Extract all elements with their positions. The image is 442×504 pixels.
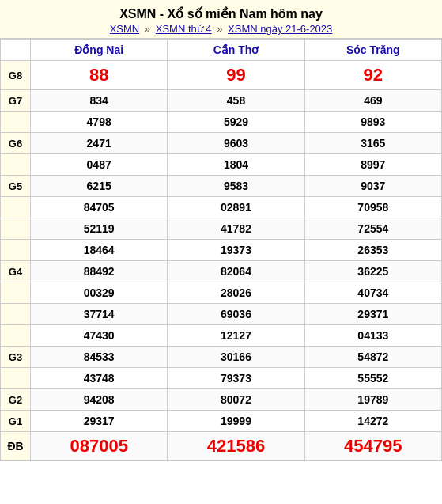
cell-g8-1: 88 [31,61,168,90]
table-header-row: Đồng Nai Cần Thơ Sóc Trăng [1,40,442,61]
header-empty [1,40,31,61]
cell-g4e-1: 00329 [31,282,168,304]
cell-g4c-2: 19373 [168,240,304,261]
cell-g3b-1: 43748 [31,368,168,389]
cell-g1-1: 29317 [31,411,168,432]
cell-g4g-1: 47430 [31,325,168,347]
cell-g4b-1: 52119 [31,218,168,240]
table-row: 84705 02891 70958 [1,197,442,218]
row-label-g5: G5 [1,176,31,197]
cell-g4a-2: 02891 [168,197,304,218]
cell-g6b-2: 9603 [168,133,304,154]
cell-g1-2: 19999 [168,411,304,432]
cell-g4e-3: 40734 [304,282,441,304]
cell-g4b-3: 72554 [304,218,441,240]
cell-g8-2: 99 [168,61,304,90]
row-label-g1: G1 [1,411,31,432]
row-label-g3a: G3 [1,347,31,368]
row-label-g4g [1,325,31,347]
cell-db-1: 087005 [31,432,168,461]
cell-g3a-1: 84533 [31,347,168,368]
nav-link-3[interactable]: XSMN ngày 21-6-2023 [228,23,332,35]
cell-g6c-2: 1804 [168,154,304,176]
table-row: 37714 69036 29371 [1,304,442,325]
row-label-g2: G2 [1,389,31,411]
cell-db-2: 421586 [168,432,304,461]
table-row: G6 2471 9603 3165 [1,133,442,154]
cell-g4f-3: 29371 [304,304,441,325]
cell-g6c-3: 8997 [304,154,441,176]
cell-g4c-1: 18464 [31,240,168,261]
cell-g4f-1: 37714 [31,304,168,325]
table-row: ĐB 087005 421586 454795 [1,432,442,461]
table-row: 00329 28026 40734 [1,282,442,304]
row-label-g6a [1,112,31,133]
cell-g4a-1: 84705 [31,197,168,218]
table-row: 18464 19373 26353 [1,240,442,261]
nav-sep-2: » [217,23,222,35]
nav-link-2[interactable]: XSMN thứ 4 [156,23,212,35]
row-label-g3b [1,368,31,389]
table-row: 4798 5929 9893 [1,112,442,133]
row-label-g4d: G4 [1,261,31,282]
cell-g7-3: 469 [304,90,441,112]
table-row: G2 94208 80072 19789 [1,389,442,411]
cell-g6a-2: 5929 [168,112,304,133]
page-title: XSMN - Xổ số miền Nam hôm nay [3,6,439,21]
header: XSMN - Xổ số miền Nam hôm nay XSMN » XSM… [0,0,442,39]
cell-g4c-3: 26353 [304,240,441,261]
lottery-table: Đồng Nai Cần Thơ Sóc Trăng G8 88 99 92 G… [0,39,442,461]
cell-g4g-2: 12127 [168,325,304,347]
cell-g3a-3: 54872 [304,347,441,368]
row-label-g7: G7 [1,90,31,112]
cell-g5-3: 9037 [304,176,441,197]
cell-g4g-3: 04133 [304,325,441,347]
cell-g4d-1: 88492 [31,261,168,282]
cell-g7-1: 834 [31,90,168,112]
cell-g3b-2: 79373 [168,368,304,389]
cell-g6b-3: 3165 [304,133,441,154]
table-row: 43748 79373 55552 [1,368,442,389]
cell-g6a-1: 4798 [31,112,168,133]
cell-g1-3: 14272 [304,411,441,432]
row-label-g4b [1,218,31,240]
cell-g3b-3: 55552 [304,368,441,389]
cell-g6c-1: 0487 [31,154,168,176]
header-col3: Sóc Trăng [304,40,441,61]
cell-g7-2: 458 [168,90,304,112]
table-row: G7 834 458 469 [1,90,442,112]
table-row: 52119 41782 72554 [1,218,442,240]
breadcrumb: XSMN » XSMN thứ 4 » XSMN ngày 21-6-2023 [3,23,439,35]
cell-g4d-2: 82064 [168,261,304,282]
nav-link-1[interactable]: XSMN [110,23,140,35]
cell-g2-1: 94208 [31,389,168,411]
cell-g3a-2: 30166 [168,347,304,368]
cell-g4f-2: 69036 [168,304,304,325]
header-col2: Cần Thơ [168,40,304,61]
cell-db-3: 454795 [304,432,441,461]
row-label-db: ĐB [1,432,31,461]
table-row: G4 88492 82064 36225 [1,261,442,282]
row-label-g4e [1,282,31,304]
table-row: 47430 12127 04133 [1,325,442,347]
row-label-g4f [1,304,31,325]
row-label-g6b: G6 [1,133,31,154]
table-row: G3 84533 30166 54872 [1,347,442,368]
row-label-g6c [1,154,31,176]
cell-g2-2: 80072 [168,389,304,411]
table-row: 0487 1804 8997 [1,154,442,176]
row-label-g4c [1,240,31,261]
cell-g5-1: 6215 [31,176,168,197]
cell-g4a-3: 70958 [304,197,441,218]
cell-g2-3: 19789 [304,389,441,411]
cell-g4d-3: 36225 [304,261,441,282]
cell-g6a-3: 9893 [304,112,441,133]
nav-sep-1: » [145,23,150,35]
table-row: G5 6215 9583 9037 [1,176,442,197]
cell-g8-3: 92 [304,61,441,90]
cell-g4b-2: 41782 [168,218,304,240]
table-row: G8 88 99 92 [1,61,442,90]
table-row: G1 29317 19999 14272 [1,411,442,432]
cell-g6b-1: 2471 [31,133,168,154]
cell-g4e-2: 28026 [168,282,304,304]
